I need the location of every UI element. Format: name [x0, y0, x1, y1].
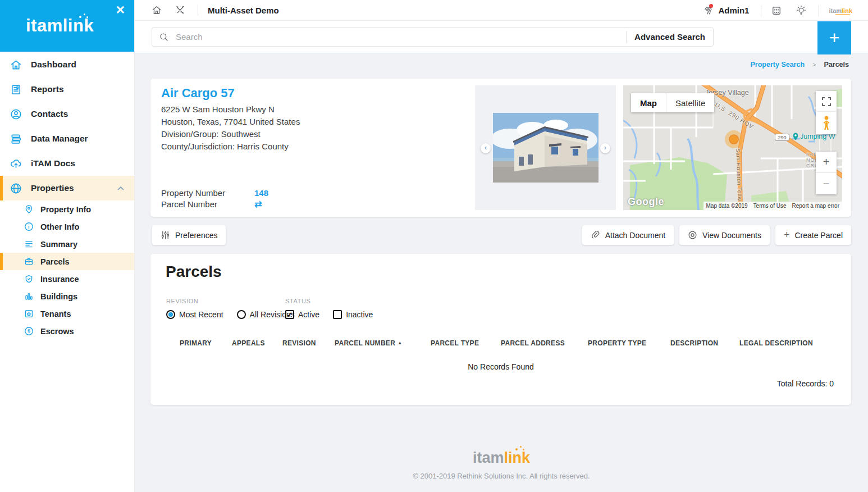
- tools-icon[interactable]: [175, 4, 186, 16]
- user-menu[interactable]: Admin1: [703, 5, 749, 16]
- map[interactable]: Jersey Village U.S. 290 HOV 290 Jumping …: [623, 85, 842, 210]
- sidebar-item-itam-docs[interactable]: iTAM Docs: [0, 151, 134, 176]
- preferences-button[interactable]: Preferences: [152, 225, 226, 245]
- column-header-parcel-number[interactable]: PARCEL NUMBER▲: [335, 339, 431, 347]
- app-title: Multi-Asset Demo: [208, 6, 279, 15]
- info-icon: [24, 221, 34, 232]
- property-numbers: Property Number148 Parcel Number⇄: [161, 188, 268, 210]
- most-recent-label: Most Recent: [179, 310, 223, 319]
- sidebar-subitem-tenants[interactable]: Tenants: [0, 305, 134, 322]
- total-records: Total Records: 0: [777, 379, 834, 388]
- search-input[interactable]: [176, 32, 626, 42]
- satellite-tab[interactable]: Satellite: [666, 93, 714, 112]
- paperclip-icon: [591, 230, 600, 240]
- parcels-title: Parcels: [166, 263, 222, 281]
- report-map-error-link[interactable]: Report a map error: [789, 202, 842, 210]
- divider: [761, 5, 761, 16]
- topbar-right: Admin1 itamlink: [703, 0, 852, 21]
- column-header-parcel-address[interactable]: PARCEL ADDRESS: [501, 339, 588, 347]
- sidebar-item-label: iTAM Docs: [31, 158, 75, 168]
- add-button[interactable]: +: [817, 21, 851, 54]
- fullscreen-button[interactable]: [816, 91, 837, 112]
- most-recent-radio[interactable]: [166, 310, 175, 319]
- breadcrumb: Property Search > Parcels: [751, 61, 849, 69]
- column-header-primary[interactable]: PRIMARY: [180, 339, 232, 347]
- sidebar-subitem-property-info[interactable]: Property Info: [0, 201, 134, 218]
- sidebar-item-reports[interactable]: Reports: [0, 77, 134, 102]
- sidebar-item-data-manager[interactable]: Data Manager: [0, 126, 134, 151]
- column-header-legal-description[interactable]: LEGAL DESCRIPTION: [739, 339, 835, 347]
- inactive-checkbox[interactable]: [333, 310, 342, 319]
- breadcrumb-current: Parcels: [824, 61, 849, 69]
- sidebar-nav: Dashboard Reports Contacts Data Manager …: [0, 52, 134, 340]
- carousel-prev-button[interactable]: ‹: [481, 143, 491, 153]
- photo-carousel: ‹ ›: [475, 85, 616, 210]
- zoom-in-button[interactable]: +: [816, 152, 837, 173]
- content: Property Search > Parcels Air Cargo 57 6…: [135, 53, 868, 492]
- highway-shield-290: 290: [775, 134, 789, 141]
- sidebar-subitem-label: Summary: [40, 240, 77, 249]
- sidebar-subitem-summary[interactable]: Summary: [0, 235, 134, 253]
- column-header-property-type[interactable]: PROPERTY TYPE: [588, 339, 670, 347]
- bar-chart-icon: [24, 291, 34, 302]
- carousel-next-button[interactable]: ›: [600, 143, 610, 153]
- list-lines-icon: [24, 239, 34, 249]
- sidebar-subitem-label: Parcels: [40, 257, 70, 266]
- pegman-button[interactable]: [816, 112, 837, 134]
- home-icon[interactable]: [151, 4, 162, 16]
- close-icon[interactable]: ✕: [115, 3, 125, 17]
- active-checkbox[interactable]: ✓: [285, 310, 294, 319]
- inactive-label: Inactive: [346, 310, 373, 319]
- parcels-table-header: PRIMARY APPEALS REVISION PARCEL NUMBER▲ …: [150, 339, 851, 347]
- preferences-label: Preferences: [175, 231, 217, 240]
- chevron-up-icon[interactable]: [117, 186, 124, 190]
- zoom-out-button[interactable]: −: [816, 173, 837, 194]
- sidebar-subitem-buildings[interactable]: Buildings: [0, 288, 134, 305]
- sidebar-subitem-label: Tenants: [40, 309, 71, 318]
- property-name-link[interactable]: Air Cargo 57: [161, 86, 235, 101]
- lightbulb-icon[interactable]: [796, 5, 807, 16]
- property-card: Air Cargo 57 6225 W Sam Houston Pkwy N H…: [150, 79, 851, 217]
- globe-icon: [10, 182, 22, 195]
- column-header-revision[interactable]: REVISION: [282, 339, 335, 347]
- sidebar-item-contacts[interactable]: Contacts: [0, 102, 134, 126]
- database-icon: [10, 133, 22, 145]
- empty-state-message: No Records Found: [150, 362, 851, 371]
- sidebar-subitem-label: Insurance: [40, 275, 79, 284]
- report-icon: [10, 83, 22, 96]
- svg-text:$: $: [28, 328, 30, 334]
- column-header-description[interactable]: DESCRIPTION: [670, 339, 739, 347]
- map-pin-icon: [24, 204, 34, 215]
- itamlink-mini-logo[interactable]: itamlink: [829, 7, 852, 14]
- sidebar-subitem-insurance[interactable]: Insurance: [0, 270, 134, 288]
- sidebar-item-dashboard[interactable]: Dashboard: [0, 52, 134, 77]
- sidebar-item-properties[interactable]: Properties: [0, 176, 134, 201]
- logo-dots: [515, 446, 524, 450]
- sidebar-subitem-parcels[interactable]: Parcels: [0, 253, 134, 270]
- sidebar-subitem-escrows[interactable]: $ Escrows: [0, 322, 134, 340]
- divider: [198, 4, 198, 16]
- sort-asc-icon: ▲: [398, 340, 402, 345]
- column-header-appeals[interactable]: APPEALS: [232, 339, 282, 347]
- home-icon: [10, 58, 22, 71]
- attach-document-button[interactable]: Attach Document: [582, 225, 674, 245]
- create-parcel-button[interactable]: + Create Parcel: [775, 225, 851, 245]
- copyright: © 2001-2019 Rethink Solutions Inc. All r…: [135, 472, 868, 480]
- footer-logo: itamlink: [473, 449, 530, 467]
- google-logo[interactable]: Google: [628, 196, 664, 208]
- address-line2: Houston, Texas, 77041 United States: [161, 116, 300, 128]
- calculator-icon[interactable]: [771, 5, 782, 16]
- view-documents-button[interactable]: View Documents: [679, 225, 770, 245]
- sidebar-subitem-other-info[interactable]: Other Info: [0, 218, 134, 235]
- attach-document-label: Attach Document: [605, 231, 665, 240]
- column-header-parcel-type[interactable]: PARCEL TYPE: [431, 339, 501, 347]
- sidebar-subitem-label: Other Info: [40, 222, 79, 231]
- swap-arrows-icon[interactable]: ⇄: [254, 199, 262, 209]
- advanced-search-button[interactable]: Advanced Search: [627, 32, 713, 42]
- status-filter: ✓ Active Inactive: [285, 310, 373, 319]
- topbar-row2: Advanced Search: [135, 21, 868, 53]
- all-revisions-radio[interactable]: [237, 310, 246, 319]
- breadcrumb-property-search[interactable]: Property Search: [751, 61, 805, 69]
- terms-of-use-link[interactable]: Terms of Use: [751, 202, 789, 210]
- map-tab[interactable]: Map: [631, 93, 666, 112]
